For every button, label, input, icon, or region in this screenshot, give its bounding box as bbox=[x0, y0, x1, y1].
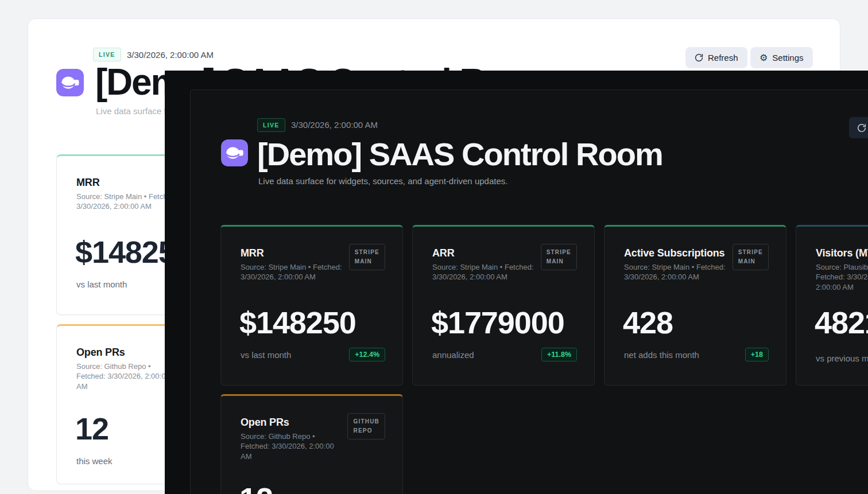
card-source: Source: Plausible • Fetched: 3/30/2026, … bbox=[816, 262, 868, 292]
metric-caption: annualized bbox=[432, 350, 474, 360]
gear-icon: ⚙ bbox=[760, 53, 768, 63]
app-logo-icon bbox=[56, 69, 84, 96]
metric-card-arr: ARR Source: Stripe Main • Fetched: 3/30/… bbox=[412, 225, 595, 386]
dark-preview-overlay: LIVE 3/30/2026, 2:00:00 AM [Demo] SAAS C… bbox=[165, 71, 868, 494]
card-title: Active Subscriptions bbox=[624, 247, 724, 259]
card-source: Source: Stripe Main • Fetched: 3/30/2026… bbox=[241, 262, 344, 282]
metric-caption: net adds this month bbox=[624, 350, 699, 360]
source-badge: STRIPE MAIN bbox=[541, 244, 577, 270]
source-badge: STRIPE MAIN bbox=[349, 244, 385, 270]
card-title: Open PRs bbox=[76, 347, 125, 359]
delta-badge: +18 bbox=[745, 348, 769, 361]
page-title: [Demo] SAAS Control Room bbox=[257, 138, 662, 170]
refresh-button[interactable]: Refresh bbox=[685, 47, 747, 68]
card-title: Visitors (MTD) bbox=[816, 247, 868, 259]
source-badge: GITHUB REPO bbox=[347, 413, 385, 439]
card-title: MRR bbox=[76, 177, 99, 189]
card-title: ARR bbox=[432, 247, 454, 259]
metric-card-active-subscriptions: Active Subscriptions Source: Stripe Main… bbox=[604, 225, 786, 386]
metric-value: 12 bbox=[239, 483, 273, 494]
app-logo-icon bbox=[221, 139, 248, 166]
card-source: Source: Github Repo • Fetched: 3/30/2026… bbox=[76, 361, 180, 391]
refresh-icon bbox=[857, 123, 866, 133]
timestamp: 3/30/2026, 2:00:00 AM bbox=[127, 50, 214, 60]
refresh-icon bbox=[695, 53, 703, 62]
live-badge: LIVE bbox=[93, 48, 121, 61]
metric-card-visitors: Visitors (MTD) Source: Plausible • Fetch… bbox=[796, 225, 868, 386]
metric-value: 428 bbox=[623, 307, 673, 338]
metric-caption: vs last month bbox=[241, 350, 291, 360]
metric-value: $1779000 bbox=[431, 307, 564, 338]
timestamp: 3/30/2026, 2:00:00 AM bbox=[291, 120, 378, 130]
dashboard-surface-dark: LIVE 3/30/2026, 2:00:00 AM [Demo] SAAS C… bbox=[190, 90, 868, 494]
card-title: Open PRs bbox=[241, 417, 289, 429]
metric-card-open-prs: Open PRs Source: Github Repo • Fetched: … bbox=[220, 394, 403, 494]
card-source: Source: Stripe Main • Fetched: 3/30/2026… bbox=[432, 262, 536, 282]
refresh-label: Refresh bbox=[708, 53, 738, 63]
card-title: MRR bbox=[241, 247, 264, 259]
live-badge: LIVE bbox=[257, 118, 285, 132]
metric-card-mrr: MRR Source: Stripe Main • Fetched: 3/30/… bbox=[220, 225, 403, 386]
metric-value: 4821 bbox=[815, 307, 868, 338]
source-badge: STRIPE MAIN bbox=[733, 244, 769, 270]
delta-badge: +11.8% bbox=[541, 348, 577, 361]
card-source: Source: Stripe Main • Fetched: 3/30/2026… bbox=[76, 192, 180, 212]
metric-value: 12 bbox=[75, 413, 108, 444]
delta-badge: +12.4% bbox=[349, 348, 385, 361]
refresh-button[interactable] bbox=[849, 117, 868, 138]
metric-caption: vs last month bbox=[76, 279, 127, 289]
card-source: Source: Stripe Main • Fetched: 3/30/2026… bbox=[624, 262, 727, 282]
metric-value: $148250 bbox=[239, 307, 356, 338]
metric-caption: this week bbox=[76, 456, 113, 466]
metric-caption: vs previous month bbox=[816, 353, 868, 363]
card-source: Source: Github Repo • Fetched: 3/30/2026… bbox=[241, 431, 344, 461]
settings-label: Settings bbox=[772, 53, 803, 63]
settings-button[interactable]: ⚙ Settings bbox=[750, 47, 813, 68]
page-subtitle: Live data surface for widgets, sources, … bbox=[258, 176, 507, 186]
